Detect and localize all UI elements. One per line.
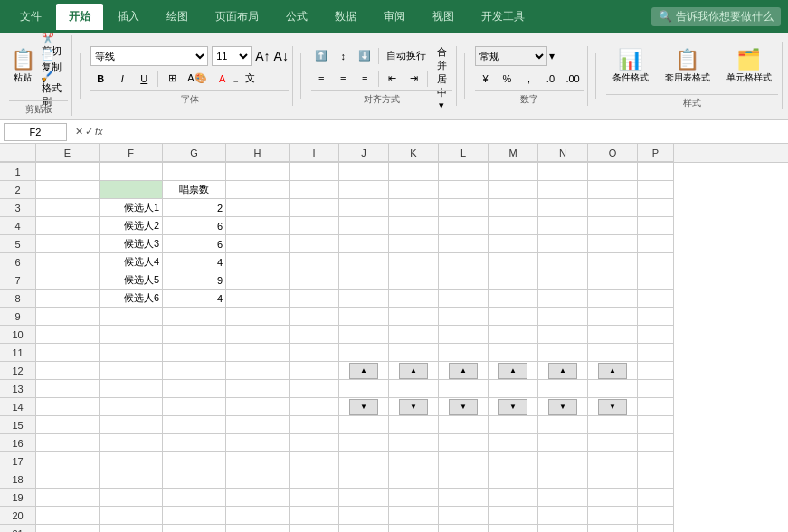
percent-button[interactable]: % [497,69,517,89]
cell-F21[interactable] [100,525,163,532]
col-header-I[interactable]: I [290,144,339,162]
cell-L21[interactable] [439,525,489,532]
cell-F3[interactable]: 候选人1 [100,199,163,217]
cell-E3[interactable] [36,199,100,217]
cell-P12[interactable] [638,362,674,380]
cell-O18[interactable] [588,470,638,489]
cell-L15[interactable] [439,416,489,434]
cell-N2[interactable] [538,181,588,199]
cell-E14[interactable] [36,398,100,416]
cell-H19[interactable] [226,489,290,507]
cell-P16[interactable] [638,434,674,452]
row-header-18[interactable]: 18 [0,470,36,489]
cell-H16[interactable] [226,434,290,452]
cell-L13[interactable] [439,380,489,398]
col-header-K[interactable]: K [389,144,439,162]
number-format-arrow[interactable]: ▾ [549,50,555,62]
cell-E16[interactable] [36,434,100,452]
row-header-4[interactable]: 4 [0,217,36,235]
cell-H18[interactable] [226,470,290,489]
cell-N1[interactable] [538,163,588,181]
cell-E12[interactable] [36,362,100,380]
cell-H2[interactable] [226,181,290,199]
cell-M6[interactable] [489,253,538,271]
cell-G17[interactable] [163,452,226,470]
cell-J7[interactable] [339,271,389,290]
row-header-6[interactable]: 6 [0,253,36,271]
cell-I7[interactable] [290,271,339,290]
col-header-L[interactable]: L [439,144,489,162]
cell-I6[interactable] [290,253,339,271]
cell-P3[interactable] [638,199,674,217]
cell-P9[interactable] [638,308,674,326]
cell-J15[interactable] [339,416,389,434]
cell-G5[interactable]: 6 [163,235,226,253]
cell-J16[interactable] [339,434,389,452]
cell-M1[interactable] [489,163,538,181]
increase-indent-button[interactable]: ⇥ [403,69,423,89]
cell-H6[interactable] [226,253,290,271]
cell-N6[interactable] [538,253,588,271]
spinner-M-down[interactable]: ▼ [498,399,527,415]
cell-F18[interactable] [100,470,163,489]
cell-N7[interactable] [538,271,588,290]
fill-color-button[interactable]: A🎨 [184,69,210,89]
cell-F19[interactable] [100,489,163,507]
spinner-O-up[interactable]: ▲ [598,363,627,379]
cell-M17[interactable] [489,452,538,470]
cell-G3[interactable]: 2 [163,199,226,217]
cell-N13[interactable] [538,380,588,398]
cell-K11[interactable] [389,344,439,362]
decrease-indent-button[interactable]: ⇤ [382,69,402,89]
cell-E15[interactable] [36,416,100,434]
cell-I16[interactable] [290,434,339,452]
cell-G19[interactable] [163,489,226,507]
cell-M7[interactable] [489,271,538,290]
format-painter-button[interactable]: 🖌️ 格式刷 [38,79,68,99]
cell-O19[interactable] [588,489,638,507]
row-header-8[interactable]: 8 [0,290,36,308]
cell-K10[interactable] [389,326,439,344]
spinner-N-down[interactable]: ▼ [548,399,577,415]
cell-I9[interactable] [290,308,339,326]
cell-L4[interactable] [439,217,489,235]
cell-I14[interactable] [290,398,339,416]
font-name-select[interactable]: 等线 [90,46,208,66]
cell-J1[interactable] [339,163,389,181]
cell-H20[interactable] [226,507,290,525]
cell-I20[interactable] [290,507,339,525]
cell-P15[interactable] [638,416,674,434]
cell-E6[interactable] [36,253,100,271]
col-header-E[interactable]: E [36,144,100,162]
cell-J20[interactable] [339,507,389,525]
cell-H5[interactable] [226,235,290,253]
wrap-text-button[interactable]: 自动换行 [383,46,430,66]
increase-font-icon[interactable]: A↑ [255,49,270,63]
formula-input[interactable] [107,123,784,141]
cell-N21[interactable] [538,525,588,532]
cell-N17[interactable] [538,452,588,470]
spinner-L-up[interactable]: ▲ [449,363,478,379]
spinner-K-down[interactable]: ▼ [399,399,428,415]
cell-K6[interactable] [389,253,439,271]
number-format-select[interactable]: 常规 [475,46,547,66]
cell-G20[interactable] [163,507,226,525]
row-header-11[interactable]: 11 [0,344,36,362]
cell-I17[interactable] [290,452,339,470]
cell-G21[interactable] [163,525,226,532]
align-center-button[interactable]: ≡ [333,69,353,89]
cell-M16[interactable] [489,434,538,452]
cell-G8[interactable]: 4 [163,290,226,308]
cell-I13[interactable] [290,380,339,398]
cell-E20[interactable] [36,507,100,525]
cell-P5[interactable] [638,235,674,253]
cell-M9[interactable] [489,308,538,326]
align-bottom-button[interactable]: ⬇️ [355,46,375,66]
cell-M4[interactable] [489,217,538,235]
cell-O5[interactable] [588,235,638,253]
cell-O8[interactable] [588,290,638,308]
cell-J6[interactable] [339,253,389,271]
cell-O16[interactable] [588,434,638,452]
cell-P18[interactable] [638,470,674,489]
font-size-select[interactable]: 11 [212,46,252,66]
